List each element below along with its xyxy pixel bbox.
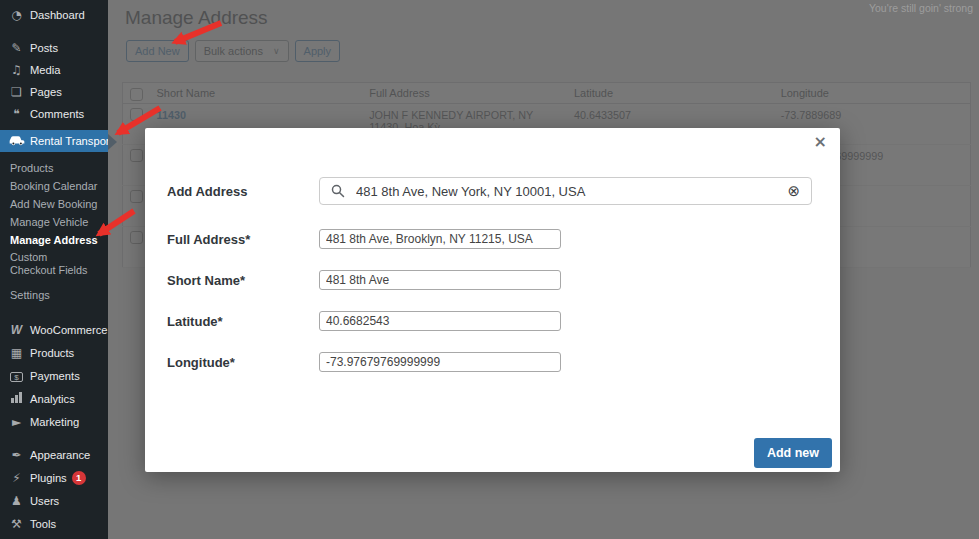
submenu-item-manage-address[interactable]: Manage Address: [0, 231, 108, 249]
short-name-row: Short Name*: [167, 269, 561, 291]
sidebar-item-label: Dashboard: [30, 9, 85, 21]
full-address-row: Full Address*: [167, 228, 561, 250]
admin-sidebar: ◔ Dashboard ✎ Posts ♫ Media ❏ Pages ❝ Co…: [0, 0, 108, 539]
add-address-label: Add Address: [167, 184, 319, 199]
add-address-row: Add Address ⊗: [167, 177, 812, 205]
dashboard-icon: ◔: [8, 9, 25, 21]
submenu-item-products[interactable]: Products: [0, 159, 108, 177]
sidebar-item-appearance[interactable]: ✒ Appearance: [0, 443, 108, 466]
plugins-update-badge: 1: [72, 471, 86, 485]
latitude-field[interactable]: [319, 311, 561, 331]
plugin-icon: ⚡: [8, 472, 25, 484]
media-icon: ♫: [8, 64, 25, 76]
search-icon: [331, 184, 345, 198]
sidebar-item-label: Posts: [30, 42, 58, 54]
sidebar-item-label: Products: [30, 347, 74, 359]
sidebar-item-label: Media: [30, 64, 60, 76]
submenu-item-settings[interactable]: Settings: [0, 286, 108, 304]
full-address-label: Full Address*: [167, 232, 319, 247]
sidebar-item-marketing[interactable]: ► Marketing: [0, 410, 108, 433]
comment-bubble-icon: ❝: [8, 108, 25, 120]
sidebar-item-label: Analytics: [30, 393, 75, 405]
car-icon: [8, 135, 25, 148]
longitude-field[interactable]: [319, 352, 561, 372]
sidebar-item-label: Payments: [30, 370, 80, 382]
bar-chart-icon: [8, 392, 25, 405]
longitude-label: Longitude*: [167, 355, 319, 370]
sidebar-item-label: Tools: [30, 518, 56, 530]
submenu-item-custom-checkout-fields[interactable]: Custom Checkout Fields: [0, 251, 92, 277]
submenu-item-add-new-booking[interactable]: Add New Booking: [0, 195, 108, 213]
sidebar-item-comments[interactable]: ❝ Comments: [0, 103, 108, 125]
sidebar-item-rental-transport[interactable]: Rental Transport: [0, 130, 108, 152]
short-name-label: Short Name*: [167, 273, 319, 288]
sidebar-item-media[interactable]: ♫ Media: [0, 59, 108, 81]
sidebar-item-label: WooCommerce: [30, 324, 108, 336]
clear-input-icon[interactable]: ⊗: [787, 184, 800, 199]
address-search-input[interactable]: [354, 183, 787, 200]
sidebar-item-label: Comments: [30, 108, 84, 120]
sidebar-item-payments[interactable]: $ Payments: [0, 364, 108, 387]
latitude-label: Latitude*: [167, 314, 319, 329]
sidebar-item-label: Marketing: [30, 416, 79, 428]
sidebar-item-tools[interactable]: ⚒ Tools: [0, 512, 108, 535]
sidebar-item-label: Pages: [30, 86, 62, 98]
sidebar-item-label: Users: [30, 495, 59, 507]
woocommerce-icon: W: [8, 324, 25, 336]
short-name-field[interactable]: [319, 270, 561, 290]
sidebar-item-label: Appearance: [30, 449, 90, 461]
submenu-item-booking-calendar[interactable]: Booking Calendar: [0, 177, 108, 195]
sidebar-item-users[interactable]: ♟ Users: [0, 489, 108, 512]
megaphone-icon: ►: [8, 416, 25, 428]
user-greeting: You're still goin' strong: [869, 2, 973, 14]
sidebar-item-label: Rental Transport: [30, 135, 108, 147]
sidebar-item-products[interactable]: ▦ Products: [0, 341, 108, 364]
sidebar-item-plugins[interactable]: ⚡ Plugins 1: [0, 466, 108, 489]
sidebar-item-label: Plugins: [30, 472, 67, 484]
sidebar-item-woocommerce[interactable]: W WooCommerce: [0, 318, 108, 341]
latitude-row: Latitude*: [167, 310, 561, 332]
brush-icon: ✒: [8, 449, 25, 461]
dollar-card-icon: $: [8, 370, 25, 382]
package-icon: ▦: [8, 347, 25, 359]
close-icon[interactable]: ×: [812, 132, 829, 152]
sidebar-item-posts[interactable]: ✎ Posts: [0, 37, 108, 59]
full-address-field[interactable]: [319, 229, 561, 249]
add-address-modal: × Add Address ⊗ Full Address* Short Name…: [145, 128, 840, 472]
rental-transport-submenu: Products Booking Calendar Add New Bookin…: [0, 152, 108, 304]
longitude-row: Longitude*: [167, 351, 561, 373]
user-icon: ♟: [8, 495, 25, 507]
add-new-submit-button[interactable]: Add new: [754, 438, 832, 468]
tools-icon: ⚒: [8, 518, 25, 530]
sidebar-item-analytics[interactable]: Analytics: [0, 387, 108, 410]
pages-icon: ❏: [8, 86, 25, 98]
sidebar-item-dashboard[interactable]: ◔ Dashboard: [0, 4, 108, 26]
sidebar-item-pages[interactable]: ❏ Pages: [0, 81, 108, 103]
address-search-box: ⊗: [319, 177, 812, 205]
submenu-item-manage-vehicle[interactable]: Manage Vehicle: [0, 213, 108, 231]
pushpin-icon: ✎: [8, 42, 25, 54]
